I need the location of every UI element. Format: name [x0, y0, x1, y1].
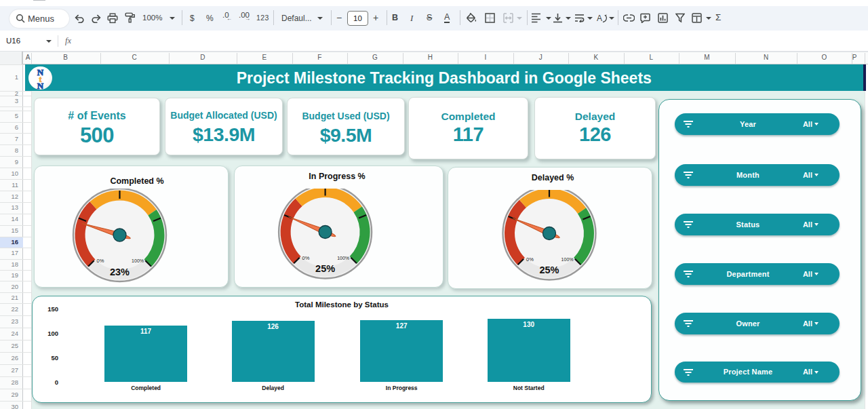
svg-text:100%: 100% [337, 256, 349, 260]
svg-text:25%: 25% [315, 263, 335, 274]
svg-text:A: A [597, 14, 602, 23]
svg-text:0%: 0% [526, 256, 534, 262]
svg-text:100%: 100% [561, 257, 574, 262]
svg-text:N: N [37, 80, 43, 90]
svg-text:100%: 100% [132, 258, 144, 263]
svg-text:25%: 25% [539, 265, 559, 275]
svg-text:0%: 0% [302, 255, 310, 261]
svg-text:23%: 23% [110, 267, 130, 277]
svg-text:0%: 0% [97, 258, 104, 264]
